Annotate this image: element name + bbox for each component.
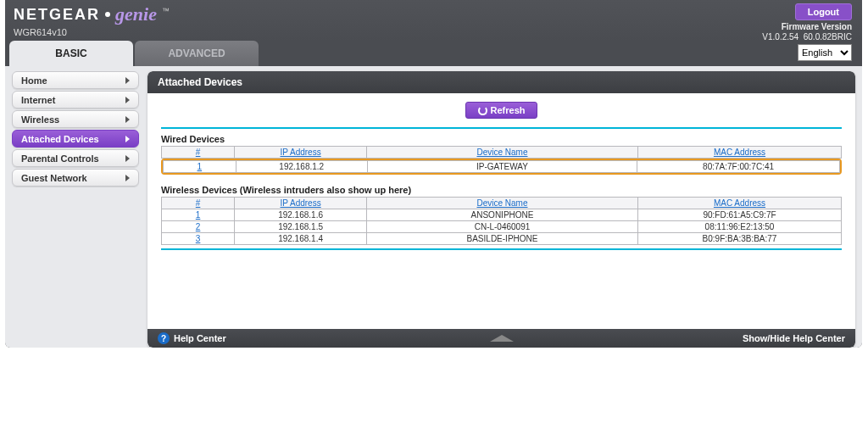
brand-tm: ™ [162,7,170,15]
refresh-button[interactable]: Refresh [465,102,538,119]
wired-title: Wired Devices [161,134,842,144]
brand: NETGEAR genie ™ [14,3,854,25]
table-row: 3 192.168.1.4 BASILDE-IPHONE B0:9F:BA:3B… [162,233,842,245]
cell-num[interactable]: 3 [162,233,235,245]
cell-ip: 192.168.1.6 [235,209,367,221]
sidebar-item-parental-controls[interactable]: Parental Controls [12,149,139,167]
separator [161,248,842,250]
cell-num[interactable]: 1 [162,209,235,221]
col-mac[interactable]: MAC Address [714,148,765,157]
sidebar-item-guest-network[interactable]: Guest Network [12,169,139,187]
footer-bar: ? Help Center Show/Hide Help Center [147,329,855,348]
chevron-right-icon [125,77,130,84]
brand-genie: genie [115,3,157,25]
wired-header-table: # IP Address Device Name MAC Address [161,146,842,159]
header: NETGEAR genie ™ WGR614v10 Logout Firmwar… [5,0,862,41]
refresh-icon [478,106,487,115]
col-num[interactable]: # [196,148,201,157]
sidebar-item-label: Wireless [21,114,59,125]
col-ip[interactable]: IP Address [280,198,320,208]
col-ip[interactable]: IP Address [280,148,320,157]
cell-name: BASILDE-IPHONE [367,233,638,245]
sidebar-item-label: Home [21,75,47,86]
brand-dot-icon [105,12,110,17]
sidebar-item-wireless[interactable]: Wireless [12,110,139,128]
chevron-up-icon[interactable] [490,335,514,342]
cell-name: ANSONIPHONE [367,209,638,221]
sidebar-item-label: Guest Network [21,173,87,183]
firmware-label: Firmware Version [762,22,852,32]
sidebar-item-label: Attached Devices [21,134,99,144]
separator [161,127,842,129]
col-num[interactable]: # [196,198,201,208]
col-mac[interactable]: MAC Address [714,198,765,208]
sidebar-item-internet[interactable]: Internet [12,91,139,109]
col-name[interactable]: Device Name [476,148,527,157]
language-select-wrap: English [798,44,852,61]
cell-ip: 192.168.1.2 [236,161,367,173]
table-row: 2 192.168.1.5 CN-L-0460091 08:11:96:E2:1… [162,221,842,233]
cell-ip: 192.168.1.4 [235,233,367,245]
cell-name: CN-L-0460091 [367,221,638,233]
help-icon: ? [158,332,170,344]
wired-highlight: 1 192.168.1.2 IP-GATEWAY 80:7A:7F:00:7C:… [161,159,842,175]
cell-ip: 192.168.1.5 [235,221,367,233]
cell-mac: B0:9F:BA:3B:BA:77 [637,233,841,245]
table-row: 1 192.168.1.2 IP-GATEWAY 80:7A:7F:00:7C:… [164,161,840,173]
cell-mac: 90:FD:61:A5:C9:7F [637,209,841,221]
cell-num[interactable]: 1 [164,161,236,173]
cell-num[interactable]: 2 [162,221,235,233]
chevron-right-icon [125,175,130,181]
tab-basic[interactable]: BASIC [9,41,133,66]
chevron-right-icon [125,97,130,103]
sidebar-item-attached-devices[interactable]: Attached Devices [12,130,139,148]
tabs-row: BASIC ADVANCED English [5,41,862,66]
content-panel: Attached Devices Refresh Wired Devices #… [147,71,855,348]
cell-name: IP-GATEWAY [367,161,637,173]
model-label: WGR614v10 [14,27,854,37]
language-select[interactable]: English [798,44,852,61]
sidebar: Home Internet Wireless Attached Devices … [12,71,139,348]
wireless-title: Wireless Devices (Wireless intruders als… [161,185,842,195]
wireless-table: # IP Address Device Name MAC Address 1 1… [161,197,842,245]
cell-mac: 08:11:96:E2:13:50 [637,221,841,233]
panel-title: Attached Devices [147,71,855,93]
brand-netgear: NETGEAR [14,6,100,24]
logout-button[interactable]: Logout [795,3,852,20]
sidebar-item-home[interactable]: Home [12,71,139,89]
table-row: 1 192.168.1.6 ANSONIPHONE 90:FD:61:A5:C9… [162,209,842,221]
chevron-right-icon [125,116,130,123]
wired-table: 1 192.168.1.2 IP-GATEWAY 80:7A:7F:00:7C:… [163,160,840,173]
help-center-label: Help Center [174,333,226,343]
tab-advanced[interactable]: ADVANCED [135,41,259,66]
cell-mac: 80:7A:7F:00:7C:41 [637,161,840,173]
sidebar-item-label: Internet [21,95,55,105]
firmware-version: Firmware Version V1.0.2.54_60.0.82BRIC [762,22,852,42]
chevron-right-icon [125,155,130,162]
sidebar-item-label: Parental Controls [21,153,99,164]
help-center-button[interactable]: ? Help Center [158,332,226,344]
refresh-label: Refresh [491,105,526,115]
show-hide-help-button[interactable]: Show/Hide Help Center [743,333,845,343]
col-name[interactable]: Device Name [476,198,527,208]
chevron-right-icon [125,136,130,142]
